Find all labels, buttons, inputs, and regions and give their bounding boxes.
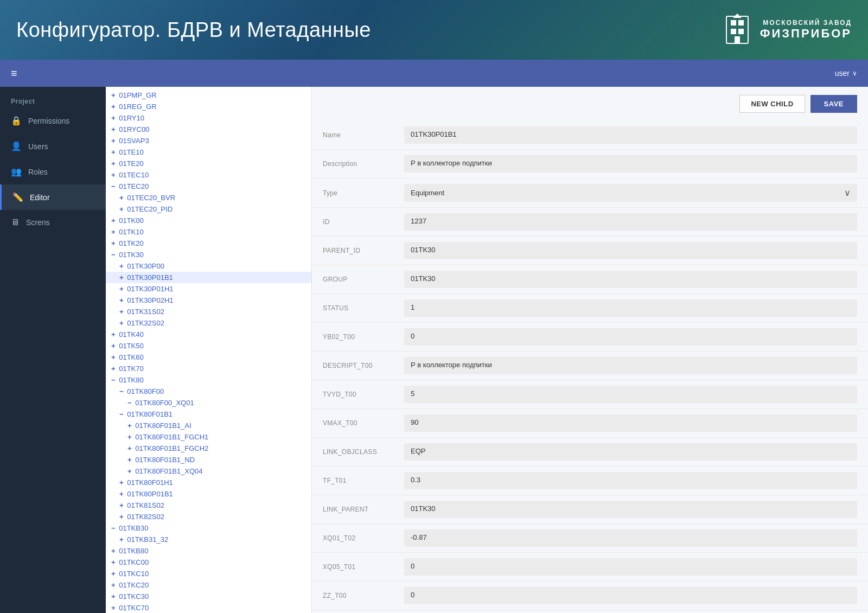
tree-item-label: 01TK80F01B1 (127, 410, 173, 418)
tree-item[interactable]: + 01REG_GR (106, 101, 311, 112)
sidebar-label-users: Users (28, 142, 48, 151)
user-menu[interactable]: user ∨ (835, 69, 857, 78)
user-icon: 👤 (11, 141, 22, 151)
tree-item[interactable]: + 01SVAP3 (106, 135, 311, 146)
chevron-down-icon: ∨ (844, 188, 851, 198)
tree-item[interactable]: + 01TK80F01B1_FGCH1 (106, 431, 311, 443)
tree-item-label: 01PMP_GR (119, 91, 156, 99)
tree-item[interactable]: + 01PMP_GR (106, 90, 311, 101)
field-row-parent_id: PARENT_ID01TK30 (312, 237, 868, 265)
fields-container: Name01TK30P01B1DescriptionР в коллекторе… (312, 121, 868, 610)
tree-item[interactable]: − 01TK80 (106, 374, 311, 386)
tree-item-label: 01TK80F01B1_FGCH2 (135, 444, 208, 452)
tree-item-label: 01TK60 (119, 353, 144, 361)
tree-item[interactable]: + 01RY10 (106, 112, 311, 124)
expand-icon: + (119, 490, 125, 498)
tree-item[interactable]: + 01TK60 (106, 352, 311, 363)
tree-item[interactable]: + 01TKC30 (106, 591, 311, 602)
new-child-button[interactable]: NEW CHILD (739, 95, 805, 113)
expand-icon: + (111, 171, 117, 179)
tree-item-label: 01TK31S02 (127, 308, 164, 316)
tree-item[interactable]: + 01TK80F01B1_ND (106, 454, 311, 465)
field-value-id: 1237 (404, 213, 857, 231)
field-value-link_objclass: EQP (404, 443, 857, 461)
tree-item[interactable]: + 01TK80P01B1 (106, 488, 311, 500)
hamburger-icon[interactable]: ≡ (11, 67, 17, 80)
tree-item[interactable]: + 01TK30P01B1 (106, 272, 311, 283)
tree-item[interactable]: + 01TE20 (106, 158, 311, 169)
tree-item[interactable]: + 01TK80F01B1_XQ04 (106, 465, 311, 477)
field-value-vmax_t00: 90 (404, 414, 857, 432)
field-row-name: Name01TK30P01B1 (312, 121, 868, 150)
field-row-group: GROUP01TK30 (312, 265, 868, 294)
tree-item-label: 01TK10 (119, 228, 144, 236)
expand-icon: + (111, 365, 117, 373)
tree-item[interactable]: + 01TK81S02 (106, 500, 311, 511)
expand-icon: + (127, 444, 133, 452)
tree-item[interactable]: + 01TKB31_32 (106, 534, 311, 545)
tree-item[interactable]: + 01TK40 (106, 329, 311, 340)
tree-item-label: 01TK50 (119, 342, 144, 350)
tree-item-label: 01TK80F00_XQ01 (135, 399, 194, 407)
project-label: Project (0, 92, 106, 108)
tree-item[interactable]: + 01TK30P00 (106, 260, 311, 272)
tree-panel: + 01PMP_GR+ 01REG_GR+ 01RY10+ 01RYC00+ 0… (106, 87, 312, 613)
tree-item[interactable]: − 01TEC20 (106, 181, 311, 192)
field-label-zz_t00: ZZ_T00 (323, 592, 404, 599)
field-label-type: Type (323, 189, 404, 197)
tree-item[interactable]: + 01TK50 (106, 340, 311, 352)
field-select-type[interactable]: Equipment∨ (404, 184, 857, 202)
field-label-link_objclass: LINK_OBJCLASS (323, 448, 404, 456)
tree-item[interactable]: − 01TKB30 (106, 522, 311, 534)
tree-item[interactable]: + 01TK30P01H1 (106, 283, 311, 295)
tree-item[interactable]: + 01TKB80 (106, 545, 311, 557)
field-value-group: 01TK30 (404, 271, 857, 288)
sidebar-item-editor[interactable]: ✏️ Editor (0, 184, 106, 210)
tree-item-label: 01TK80F00 (127, 387, 164, 395)
expand-icon: + (119, 535, 125, 544)
sidebar-item-screns[interactable]: 🖥 Screns (0, 210, 106, 235)
tree-item[interactable]: + 01TK30P02H1 (106, 295, 311, 306)
tree-item[interactable]: + 01TE10 (106, 146, 311, 158)
tree-item[interactable]: + 01TKC70 (106, 602, 311, 613)
tree-item[interactable]: + 01TKC10 (106, 568, 311, 579)
tree-item[interactable]: − 01TK30 (106, 249, 311, 260)
field-value-yb02_t00: 0 (404, 328, 857, 346)
tree-item[interactable]: + 01TK70 (106, 363, 311, 374)
expand-icon: + (119, 501, 125, 509)
field-label-yb02_t00: YB02_T00 (323, 333, 404, 341)
tree-item-label: 01TK80 (119, 376, 144, 384)
tree-item[interactable]: + 01TK32S02 (106, 317, 311, 329)
field-label-link_parent: LINK_PARENT (323, 506, 404, 513)
field-label-descript_t00: DESCRIPT_T00 (323, 362, 404, 369)
editor-icon: ✏️ (12, 192, 23, 202)
save-button[interactable]: SAVE (810, 95, 857, 113)
tree-item[interactable]: + 01TEC20_BVR (106, 192, 311, 203)
tree-item-label: 01TK80P01B1 (127, 490, 173, 498)
sidebar-item-roles[interactable]: 👥 Roles (0, 159, 106, 184)
field-row-vmax_t00: VMAX_T0090 (312, 409, 868, 438)
sidebar-item-users[interactable]: 👤 Users (0, 133, 106, 159)
tree-item[interactable]: + 01TK20 (106, 238, 311, 249)
sidebar-item-permissions[interactable]: 🔒 Permissions (0, 108, 106, 133)
tree-item-label: 01TE20 (119, 159, 144, 168)
tree-item[interactable]: + 01TK80F01H1 (106, 477, 311, 488)
tree-item[interactable]: + 01TK10 (106, 226, 311, 238)
tree-item[interactable]: + 01TEC20_PID (106, 203, 311, 215)
tree-item[interactable]: + 01TK80F01B1_FGCH2 (106, 443, 311, 454)
tree-item[interactable]: + 01TKC00 (106, 557, 311, 568)
expand-icon: + (119, 205, 125, 213)
tree-item[interactable]: + 01TK00 (106, 215, 311, 226)
tree-item[interactable]: + 01RYC00 (106, 124, 311, 135)
tree-item[interactable]: − 01TK80F01B1 (106, 408, 311, 420)
collapse-icon: − (119, 410, 125, 418)
tree-item[interactable]: + 01TK80F01B1_AI (106, 420, 311, 431)
tree-item[interactable]: + 01TEC10 (106, 169, 311, 181)
tree-item[interactable]: + 01TK31S02 (106, 306, 311, 317)
tree-item[interactable]: − 01TK80F00_XQ01 (106, 397, 311, 408)
expand-icon: + (119, 478, 125, 487)
tree-item[interactable]: + 01TK82S02 (106, 511, 311, 522)
tree-item[interactable]: − 01TK80F00 (106, 386, 311, 397)
logo: МОСКОВСКИЙ ЗАВОД ФИЗПРИБОР (721, 14, 852, 46)
tree-item[interactable]: + 01TKC20 (106, 579, 311, 591)
